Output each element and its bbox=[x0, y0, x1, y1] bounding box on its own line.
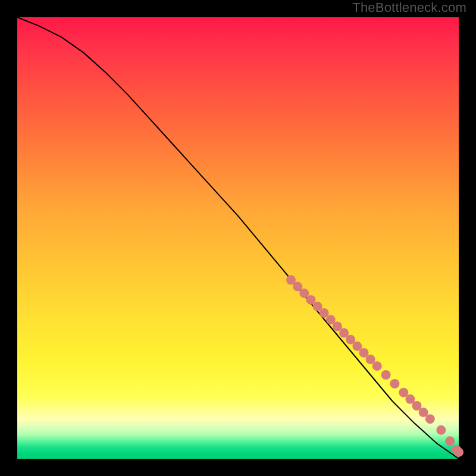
highlight-dot bbox=[445, 436, 455, 446]
highlight-dot bbox=[454, 447, 464, 457]
highlight-dot bbox=[381, 370, 391, 380]
plot-overlay bbox=[17, 17, 459, 459]
highlight-dot bbox=[425, 414, 435, 424]
chart-stage: TheBottleneck.com bbox=[0, 0, 476, 476]
plot-area bbox=[17, 17, 459, 459]
highlight-dot bbox=[390, 379, 399, 389]
highlight-dot bbox=[436, 425, 446, 435]
highlight-dot bbox=[372, 361, 382, 371]
curve-line bbox=[17, 17, 459, 459]
attribution-label: TheBottleneck.com bbox=[352, 0, 466, 15]
highlight-dots bbox=[286, 275, 464, 457]
